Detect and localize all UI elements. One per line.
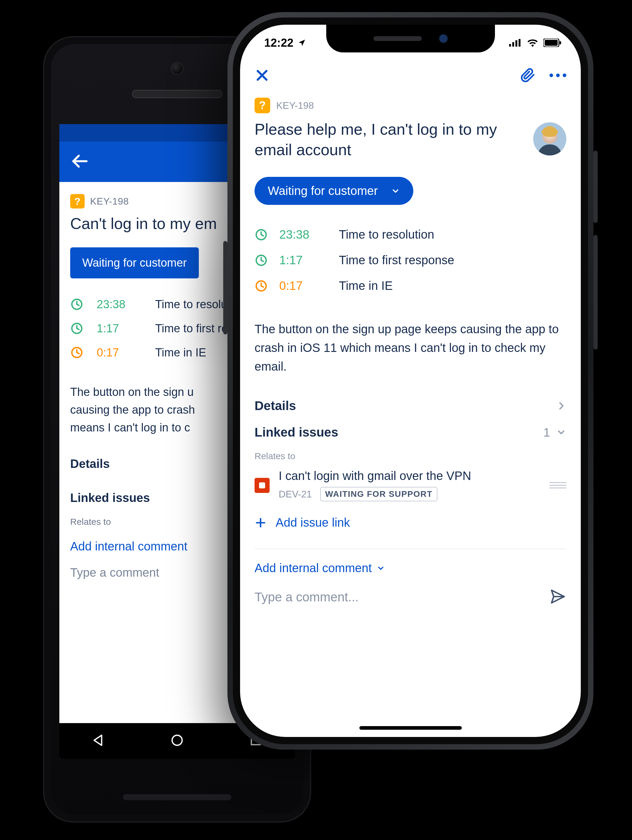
drag-handle-icon[interactable] [550, 482, 566, 488]
close-icon[interactable] [255, 68, 270, 83]
svg-rect-12 [560, 41, 561, 44]
attachment-icon[interactable] [520, 68, 536, 83]
sla-label: Time to resolution [339, 228, 434, 242]
iphone-screen: 12:22 ? KEY-198 [240, 25, 581, 737]
bug-icon [255, 478, 270, 493]
notch-speaker [374, 36, 422, 41]
iphone-side-button [223, 241, 227, 335]
linked-issues-section-row[interactable]: Linked issues 1 [255, 425, 566, 440]
svg-rect-7 [512, 42, 514, 47]
iphone-side-button [593, 151, 598, 223]
sla-label: Time in IE [155, 346, 206, 359]
iphone-notch [326, 25, 495, 52]
back-arrow-icon[interactable] [70, 152, 89, 172]
issue-key: KEY-198 [276, 100, 314, 111]
svg-rect-8 [515, 40, 517, 47]
nav-home-icon[interactable] [170, 733, 184, 749]
status-dropdown[interactable]: Waiting for customer [255, 177, 413, 205]
issue-description: The button on the sign up page keeps cau… [255, 320, 566, 376]
issue-key-row: ? KEY-198 [255, 98, 566, 113]
battery-icon [544, 39, 561, 47]
sla-list: 23:38 Time to resolution 1:17 Time to fi… [255, 228, 566, 292]
home-indicator[interactable] [359, 726, 462, 730]
plus-icon [255, 517, 266, 529]
issue-type-icon: ? [255, 98, 270, 113]
add-issue-link-label: Add issue link [276, 516, 350, 529]
add-internal-comment-label: Add internal comment [255, 561, 372, 575]
sla-label: Time to first re [155, 322, 228, 335]
clock-icon [255, 228, 268, 242]
divider [255, 549, 566, 549]
sla-time: 23:38 [279, 228, 328, 242]
iphone-device: 12:22 ? KEY-198 [227, 12, 593, 750]
sla-time: 0:17 [279, 279, 328, 292]
details-section-header: Details [255, 399, 296, 413]
sla-time: 0:17 [97, 346, 142, 359]
location-icon [298, 39, 306, 47]
add-issue-link-button[interactable]: Add issue link [255, 516, 566, 529]
status-label: Waiting for customer [82, 256, 187, 269]
linked-issue-title: I can't login with gmail over the VPN [279, 469, 541, 483]
sla-row: 23:38 Time to resolution [255, 228, 566, 242]
linked-issue-row[interactable]: I can't login with gmail over the VPN DE… [255, 469, 566, 501]
sla-time: 23:38 [97, 298, 142, 311]
clock-icon [255, 254, 268, 267]
add-internal-comment-button[interactable]: Add internal comment [70, 540, 188, 553]
status-label: Waiting for customer [268, 184, 378, 197]
issue-title: Please help me, I can't log in to my ema… [255, 119, 521, 160]
chevron-down-icon [377, 564, 385, 572]
relates-to-label: Relates to [255, 451, 566, 461]
nav-back-icon[interactable] [91, 733, 106, 749]
sla-row: 0:17 Time in IE [255, 279, 566, 292]
details-section-row[interactable]: Details [255, 399, 566, 413]
wifi-icon [526, 39, 539, 47]
clock-icon [255, 279, 268, 292]
svg-point-4 [172, 735, 182, 745]
sla-label: Time in IE [339, 279, 393, 292]
chevron-down-icon [556, 427, 566, 437]
notch-camera [439, 34, 448, 43]
cellular-icon [509, 39, 522, 47]
sla-row: 1:17 Time to first response [255, 253, 566, 267]
sla-time: 1:17 [279, 253, 328, 267]
avatar[interactable] [533, 122, 566, 155]
chevron-down-icon [391, 186, 400, 196]
sla-label: Time to first response [339, 253, 454, 267]
clock-icon [70, 346, 84, 359]
comment-input[interactable]: Type a comment... [255, 590, 358, 605]
linked-issues-section-header: Linked issues [255, 425, 338, 440]
add-internal-comment-button[interactable]: Add internal comment [255, 561, 385, 575]
linked-issues-count: 1 [544, 426, 550, 439]
linked-issue-key: DEV-21 [279, 489, 312, 500]
sla-label: Time to resolu [155, 298, 227, 311]
send-icon[interactable] [550, 588, 566, 606]
issue-key: KEY-198 [90, 196, 129, 207]
android-bottom-speaker [123, 794, 231, 800]
sla-time: 1:17 [97, 322, 142, 335]
clock-icon [70, 298, 84, 311]
chevron-right-icon [556, 401, 566, 411]
svg-rect-6 [509, 44, 511, 46]
issue-type-icon: ? [70, 194, 85, 208]
more-icon[interactable] [550, 74, 566, 77]
status-time: 12:22 [264, 36, 293, 49]
status-dropdown[interactable]: Waiting for customer [70, 247, 199, 278]
android-camera [171, 62, 183, 75]
iphone-side-button [593, 235, 598, 349]
android-speaker [132, 90, 222, 98]
svg-rect-11 [545, 40, 558, 46]
clock-icon [70, 322, 84, 335]
svg-rect-9 [519, 39, 520, 46]
status-badge: WAITING FOR SUPPORT [320, 487, 437, 501]
toolbar [240, 61, 581, 90]
